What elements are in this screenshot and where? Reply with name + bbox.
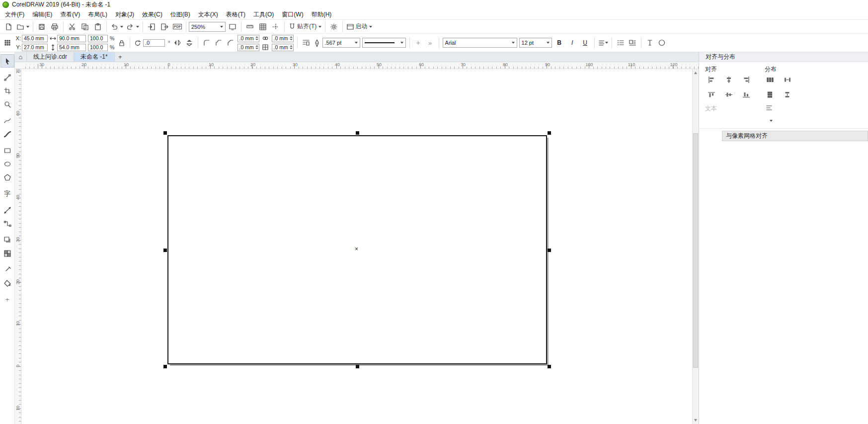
corner-radius-bl-input[interactable]: .0 mm	[237, 44, 259, 51]
scroll-down-icon[interactable]	[694, 419, 697, 422]
menu-layout[interactable]: 布局(L)	[84, 9, 111, 20]
open-button[interactable]	[15, 21, 30, 33]
relative-corner-scaling-button[interactable]	[261, 44, 270, 51]
publish-pdf-button[interactable]: PDF	[171, 21, 183, 33]
bold-button[interactable]: B	[554, 38, 565, 48]
add-tool-button[interactable]: +	[1, 293, 14, 306]
stepper[interactable]	[290, 36, 293, 40]
connector-tool[interactable]	[1, 217, 14, 230]
drop-shadow-tool[interactable]	[1, 234, 14, 246]
menu-tools[interactable]: 工具(O)	[249, 9, 278, 20]
text-tool[interactable]: 字	[1, 187, 14, 200]
fullscreen-preview-button[interactable]	[227, 21, 238, 33]
align-bottom-button[interactable]	[739, 88, 754, 100]
text-alignment-button[interactable]	[598, 38, 608, 48]
print-button[interactable]	[49, 21, 61, 33]
interactive-fill-tool[interactable]	[1, 277, 14, 289]
selection-handle-top-left[interactable]	[163, 131, 167, 135]
drawing-canvas[interactable]: ×	[21, 69, 692, 424]
scalloped-corner-button[interactable]	[214, 38, 224, 48]
align-top-button[interactable]	[704, 88, 719, 100]
ellipse-tool[interactable]	[1, 158, 14, 170]
scale-vertical-input[interactable]: 100.0	[88, 44, 108, 51]
edit-corners-together-button[interactable]	[261, 35, 270, 42]
transparency-tool[interactable]	[1, 247, 14, 259]
stepper[interactable]	[290, 45, 293, 49]
cut-button[interactable]	[66, 21, 78, 33]
color-eyedropper-tool[interactable]	[1, 263, 14, 276]
options-button[interactable]	[328, 21, 340, 33]
launch-button[interactable]: 启动	[345, 21, 373, 33]
selection-handle-top-right[interactable]	[548, 131, 551, 135]
undo-button[interactable]	[109, 21, 124, 33]
text-properties-button[interactable]	[657, 38, 667, 48]
align-center-horizontally-button[interactable]	[721, 74, 736, 85]
italic-button[interactable]: I	[567, 38, 578, 48]
scale-horizontal-input[interactable]: 100.0	[88, 35, 108, 42]
object-center-marker[interactable]: ×	[355, 246, 358, 253]
corner-radius-tr-input[interactable]: .0 mm	[272, 35, 294, 42]
selection-handle-bottom-middle[interactable]	[356, 365, 359, 368]
selection-handle-bottom-left[interactable]	[163, 365, 167, 368]
chamfered-corner-button[interactable]	[226, 38, 236, 48]
show-guidelines-button[interactable]	[270, 21, 282, 33]
align-center-vertically-button[interactable]	[721, 88, 736, 100]
edit-text-button[interactable]	[645, 38, 655, 48]
save-button[interactable]	[36, 21, 48, 33]
menu-help[interactable]: 帮助(H)	[308, 9, 336, 20]
menu-bitmaps[interactable]: 位图(B)	[166, 9, 194, 20]
copy-button[interactable]	[79, 21, 91, 33]
outline-width-combo[interactable]: .567 pt	[322, 38, 360, 48]
selection-handle-top-middle[interactable]	[356, 131, 359, 135]
selection-handle-middle-right[interactable]	[548, 249, 551, 252]
show-rulers-button[interactable]	[244, 21, 256, 33]
font-family-combo[interactable]: Arial	[443, 38, 517, 48]
distribute-left-button[interactable]	[763, 74, 778, 85]
new-tab-button[interactable]: +	[115, 52, 126, 62]
menu-object[interactable]: 对象(J)	[111, 9, 138, 20]
dimension-tool[interactable]	[1, 204, 14, 216]
menu-window[interactable]: 窗口(W)	[278, 9, 307, 20]
welcome-home-button[interactable]: ⌂	[15, 52, 27, 62]
more-options-button[interactable]: »	[425, 38, 435, 48]
corner-radius-br-input[interactable]: .0 mm	[272, 44, 294, 51]
menu-effects[interactable]: 效果(C)	[138, 9, 166, 20]
object-width-input[interactable]: 90.0 mm	[57, 35, 86, 42]
bulleted-list-button[interactable]	[616, 38, 626, 48]
add-property-button[interactable]: +	[413, 38, 423, 48]
wrap-text-button[interactable]	[301, 38, 311, 48]
distribute-top-button[interactable]	[763, 88, 778, 100]
zoom-tool[interactable]	[1, 98, 14, 110]
lock-ratio-button[interactable]	[116, 38, 126, 48]
object-height-input[interactable]: 54.0 mm	[57, 44, 86, 51]
y-position-input[interactable]: 27.0 mm	[22, 44, 48, 51]
selected-rectangle[interactable]: ×	[167, 135, 547, 364]
selection-handle-middle-left[interactable]	[163, 249, 167, 252]
object-origin-button[interactable]	[2, 38, 12, 48]
menu-edit[interactable]: 编辑(E)	[28, 9, 56, 20]
document-tab-active[interactable]: 未命名 -1*	[74, 52, 115, 62]
round-corner-button[interactable]	[202, 38, 212, 48]
vertical-ruler[interactable]: 70605040302010010	[15, 69, 21, 424]
distribute-spacing-h-button[interactable]	[780, 74, 795, 85]
vertical-scrollbar[interactable]	[692, 69, 699, 424]
export-button[interactable]	[158, 21, 170, 33]
show-grid-button[interactable]	[257, 21, 269, 33]
distribute-spacing-v-button[interactable]	[780, 88, 795, 100]
snap-to-button[interactable]: 贴齐(T)	[287, 21, 322, 33]
font-size-combo[interactable]: 12 pt	[519, 38, 552, 48]
crop-tool[interactable]	[1, 85, 14, 97]
import-button[interactable]	[146, 21, 158, 33]
new-document-button[interactable]	[2, 21, 14, 33]
align-left-button[interactable]	[704, 74, 719, 85]
shape-tool[interactable]	[1, 71, 14, 84]
paste-button[interactable]	[92, 21, 104, 33]
horizontal-ruler[interactable]: 3020100102030405060708090100110120	[15, 62, 699, 69]
redo-button[interactable]	[125, 21, 140, 33]
mirror-horizontal-button[interactable]	[172, 38, 182, 48]
stepper[interactable]	[255, 45, 258, 49]
menu-table[interactable]: 表格(T)	[222, 9, 249, 20]
rotation-angle-input[interactable]: .0	[143, 39, 165, 47]
selection-handle-bottom-right[interactable]	[548, 365, 551, 368]
rectangle-tool[interactable]	[1, 144, 14, 157]
